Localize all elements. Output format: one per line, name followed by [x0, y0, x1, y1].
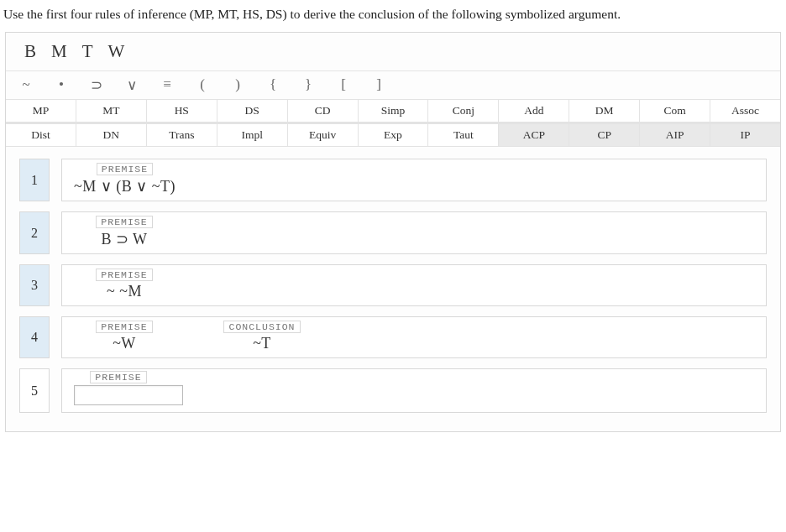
rule-hs[interactable]: HS — [147, 100, 217, 122]
line-number[interactable]: 5 — [19, 368, 50, 413]
line-number[interactable]: 4 — [19, 316, 50, 358]
variable-row: B M T W — [6, 33, 780, 70]
rule-trans[interactable]: Trans — [147, 123, 217, 146]
line-number[interactable]: 3 — [19, 264, 50, 306]
rule-conj[interactable]: Conj — [428, 100, 499, 122]
rule-equiv[interactable]: Equiv — [288, 123, 359, 146]
premise-tag: PREMISE — [96, 269, 152, 281]
proof-lines: 1 PREMISE ~M ∨ (B ∨ ~T) 2 PREMISE B ⊃ W … — [6, 147, 780, 431]
premise-tag: PREMISE — [90, 371, 146, 383]
rule-add[interactable]: Add — [499, 100, 569, 122]
lparen-symbol[interactable]: ( — [194, 76, 211, 94]
rbracket-symbol[interactable]: ] — [370, 76, 387, 94]
symbol-row: ~ • ⊃ ∨ ≡ ( ) { } [ ] — [6, 71, 780, 99]
line-formula: ~M ∨ (B ∨ ~T) — [74, 177, 176, 196]
lbrace-symbol[interactable]: { — [265, 76, 281, 94]
line-body[interactable]: PREMISE ~ ~M — [61, 264, 767, 306]
rule-aip[interactable]: AIP — [640, 123, 710, 146]
dot-symbol[interactable]: • — [53, 76, 70, 94]
rule-exp[interactable]: Exp — [359, 123, 429, 146]
rule-dist[interactable]: Dist — [6, 123, 76, 146]
lbracket-symbol[interactable]: [ — [335, 76, 352, 94]
rule-com[interactable]: Com — [640, 100, 710, 122]
proof-line: 5 PREMISE — [19, 368, 767, 413]
conclusion-tag: CONCLUSION — [223, 321, 300, 333]
rule-dn[interactable]: DN — [76, 123, 147, 146]
rule-cp[interactable]: CP — [569, 123, 640, 146]
variable-button[interactable]: W — [108, 41, 125, 62]
rule-mp[interactable]: MP — [6, 100, 76, 122]
proof-line: 4 PREMISE ~W CONCLUSION ~T — [19, 316, 767, 358]
line-formula: ~ ~M — [107, 283, 142, 300]
proof-line: 2 PREMISE B ⊃ W — [19, 211, 767, 254]
proof-panel: B M T W ~ • ⊃ ∨ ≡ ( ) { } [ ] MP MT HS D… — [5, 32, 781, 432]
tilde-symbol[interactable]: ~ — [18, 76, 34, 94]
rule-mt[interactable]: MT — [76, 100, 147, 122]
rule-ip[interactable]: IP — [710, 123, 780, 146]
line-body[interactable]: PREMISE ~W CONCLUSION ~T — [61, 316, 767, 358]
line-formula: ~W — [113, 335, 136, 352]
rule-cd[interactable]: CD — [288, 100, 359, 122]
rule-taut[interactable]: Taut — [428, 123, 499, 146]
rule-assoc[interactable]: Assoc — [710, 100, 780, 122]
rule-impl[interactable]: Impl — [217, 123, 288, 146]
conclusion-formula: ~T — [253, 335, 271, 352]
horseshoe-symbol[interactable]: ⊃ — [88, 76, 105, 94]
proof-line: 3 PREMISE ~ ~M — [19, 264, 767, 306]
line-body[interactable]: PREMISE — [61, 368, 767, 413]
rparen-symbol[interactable]: ) — [229, 76, 246, 94]
formula-input[interactable] — [74, 385, 183, 405]
line-formula: B ⊃ W — [101, 230, 147, 248]
rbrace-symbol[interactable]: } — [300, 76, 317, 94]
variable-button[interactable]: T — [82, 41, 93, 62]
rule-row-1: MP MT HS DS CD Simp Conj Add DM Com Asso… — [6, 99, 780, 123]
premise-tag: PREMISE — [96, 216, 152, 228]
line-number[interactable]: 1 — [19, 159, 50, 201]
line-number[interactable]: 2 — [19, 211, 50, 254]
variable-button[interactable]: M — [51, 41, 67, 62]
proof-line: 1 PREMISE ~M ∨ (B ∨ ~T) — [19, 159, 767, 201]
line-body[interactable]: PREMISE B ⊃ W — [61, 211, 767, 254]
equiv-symbol[interactable]: ≡ — [159, 76, 176, 94]
line-body[interactable]: PREMISE ~M ∨ (B ∨ ~T) — [61, 159, 767, 201]
instruction-text: Use the first four rules of inference (M… — [0, 0, 786, 29]
rule-row-2: Dist DN Trans Impl Equiv Exp Taut ACP CP… — [6, 123, 780, 147]
rule-acp[interactable]: ACP — [499, 123, 569, 146]
premise-tag: PREMISE — [97, 163, 153, 175]
variable-button[interactable]: B — [24, 41, 36, 62]
premise-tag: PREMISE — [96, 321, 152, 333]
rule-dm[interactable]: DM — [569, 100, 640, 122]
rule-simp[interactable]: Simp — [359, 100, 429, 122]
wedge-symbol[interactable]: ∨ — [123, 76, 140, 94]
rule-ds[interactable]: DS — [217, 100, 288, 122]
